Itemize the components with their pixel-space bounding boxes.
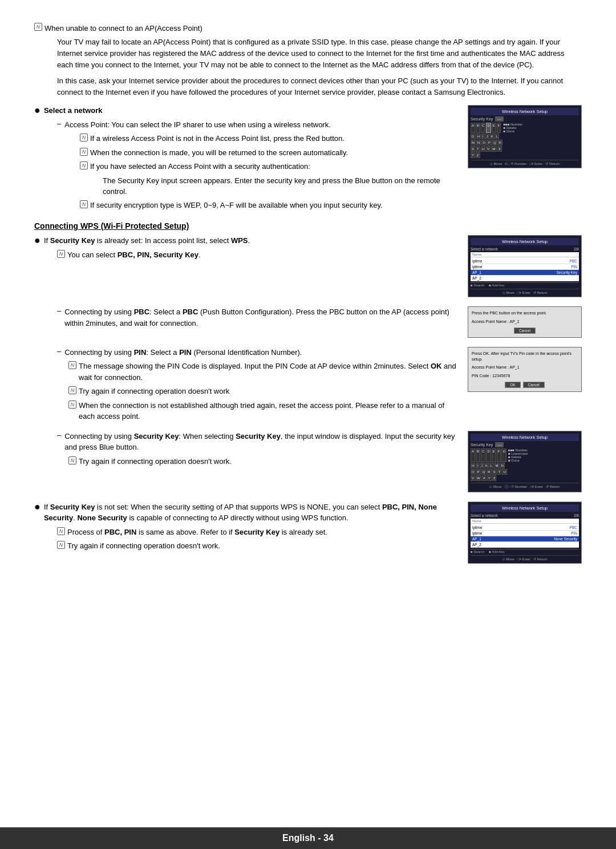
panel-title-1: Wireless Network Setup — [471, 108, 579, 115]
key-Q: Q — [492, 140, 497, 145]
net-row-iptime1: iptime PBC — [471, 258, 579, 264]
key-J: J — [485, 134, 489, 139]
dash-seckey: – — [57, 431, 61, 439]
net-type-pbc: PBC — [570, 259, 577, 263]
k2-Z: Z — [492, 475, 497, 481]
keyboard-row-4: S T U V W X — [471, 146, 579, 152]
top-note-heading: When unable to connect to an AP(Access P… — [44, 23, 582, 34]
footer-bar: English - 34 — [0, 827, 616, 849]
network-list-2: Name iptime PBC iptime PIN AP_1 — [471, 519, 579, 548]
key-R: R — [498, 140, 502, 145]
nosec-bullet: ● If Security Key is not set: When the s… — [34, 502, 462, 524]
note-icon-3: N — [80, 148, 88, 156]
wps-note1: N You can select PBC, PIN, Security Key. — [34, 249, 462, 261]
note-icon: N — [34, 23, 42, 31]
panel-nav-3: ◇ Move ⓘ→® Number □# Enter ↺ Return — [471, 483, 579, 490]
net-row-iptime2: iptime PIN — [471, 264, 579, 270]
k2-D: D — [486, 448, 491, 462]
select-net-header: Select a network 2/8 — [471, 247, 579, 251]
nosec-note2: N Try again if connecting operation does… — [34, 540, 462, 552]
security-key-panel-2: Wireless Network Setup Security Key — A … — [468, 431, 582, 496]
kb2-row-2: H I J K L M N — [471, 463, 579, 468]
key-U: U — [481, 146, 485, 152]
k2-Y: Y — [487, 475, 492, 481]
seckey-note1: N Try again if connecting operation does… — [34, 456, 462, 467]
top-note-header: N When unable to connect to an AP(Access… — [34, 23, 582, 34]
pin-ok-btn[interactable]: OK — [505, 382, 520, 388]
pbc-popup-text1: Press the PBC button on the access point… — [472, 310, 578, 316]
seckey-with-panel: – Connecting by using Security Key: When… — [34, 431, 582, 496]
key-P: P — [487, 140, 492, 145]
wps-bullet1-with-panel: ● If Security Key is already set: In acc… — [34, 235, 582, 301]
k2-C: C — [481, 448, 485, 462]
pin-note2-text: Try again if connecting operation doesn'… — [79, 386, 462, 397]
pbc-popup-text2: Access Point Name : AP_1 — [472, 319, 578, 325]
key-T: T — [476, 146, 480, 152]
key-O: O — [481, 140, 487, 145]
note-icon-nosec1: N — [57, 527, 65, 535]
k2-T: T — [497, 469, 502, 475]
net2-type-nosec: None Security — [554, 537, 577, 541]
select-net-counter-2: 2/8 — [574, 514, 579, 518]
key-G: G — [471, 134, 476, 139]
note-icon-2: N — [80, 134, 88, 142]
pin-cancel-btn[interactable]: Cancel — [523, 382, 545, 388]
k2-hints: ■■■ Number■ Lowercase■ Delete■ Done — [508, 448, 579, 462]
key-B: B — [476, 123, 480, 133]
note-icon-6: N — [80, 200, 88, 208]
k2-E: E — [492, 448, 496, 462]
net2-type-pin: PIN — [571, 531, 577, 535]
select-item-2: N If a wireless Access Point is not in t… — [57, 133, 462, 144]
footer-label: English - 34 — [282, 833, 334, 843]
wps-note1-text: You can select PBC, PIN, Security Key. — [67, 249, 462, 261]
k2-U: U — [502, 469, 506, 475]
wps-section: Connecting WPS (Wi-Fi Protected Setup) ●… — [34, 221, 582, 567]
wps-heading: Connecting WPS (Wi-Fi Protected Setup) — [34, 221, 582, 231]
select-item-6-text: If security encryption type is WEP, 0~9,… — [90, 200, 462, 211]
net2-name-4: AP_2 — [472, 543, 481, 547]
k2-F: F — [497, 448, 501, 462]
key-C: C — [481, 123, 485, 133]
key-H: H — [476, 134, 481, 139]
pin-popup: Press OK. After input TV's Pin code in t… — [468, 347, 582, 392]
net-name-3: AP_1 — [472, 270, 481, 274]
pin-content: – Connecting by using PIN: Select a PIN … — [34, 347, 462, 425]
panel-nav-4: ◇ Move □# Enter ↺ Return — [471, 555, 579, 561]
key-I: I — [481, 134, 485, 139]
k2-I: I — [476, 463, 479, 468]
network-rows-1: iptime PBC iptime PIN AP_1 Security Key — [471, 258, 579, 281]
net-col-headers-2: Name — [471, 519, 579, 524]
nosec-note1-text: Process of PBC, PIN is same as above. Re… — [67, 527, 462, 538]
security-key-label-1: Security Key — — [471, 117, 579, 121]
net2-name-1: iptime — [472, 525, 482, 529]
k2-B: B — [476, 448, 480, 462]
net-row-ap1: AP_1 Security Key — [471, 270, 579, 276]
pin-popup-text3: PIN Code : 12345678 — [472, 373, 578, 379]
key-S: S — [471, 146, 475, 152]
net2-row-ap1: AP_1 None Security — [471, 536, 579, 542]
nosec-with-panel: ● If Security Key is not set: When the s… — [34, 502, 582, 567]
note-icon-4: N — [80, 161, 88, 169]
pbc-with-panel: – Connecting by using PBC: Select a PBC … — [34, 306, 582, 341]
k2-H: H — [471, 463, 475, 468]
k2-V: V — [471, 475, 475, 481]
pbc-popup: Press the PBC button on the access point… — [468, 306, 582, 338]
k2-L: L — [489, 463, 493, 468]
pin-note1-text: The message showing the PIN Code is disp… — [79, 361, 462, 383]
nosec-content: ● If Security Key is not set: When the s… — [34, 502, 462, 555]
wps-bullet1-text: If Security Key is already set: In acces… — [44, 235, 462, 246]
pin-note3-text: When the connection is not established a… — [79, 400, 462, 422]
select-item-4: N If you have selected an Access Point w… — [57, 161, 462, 172]
panel-title-3: Wireless Network Setup — [471, 434, 579, 441]
select-net-label: Select a network — [471, 247, 498, 251]
select-network-with-panel: ● Select a network – Access Point: You c… — [34, 105, 582, 213]
seckey-note1-text: Try again if connecting operation doesn'… — [79, 456, 462, 467]
pin-with-panel: – Connecting by using PIN: Select a PIN … — [34, 347, 582, 425]
screen-panel-2: Wireless Network Setup Select a network … — [468, 235, 582, 297]
key-N: N — [476, 140, 481, 145]
pbc-cancel-btn[interactable]: Cancel — [514, 328, 536, 334]
top-note-section: N When unable to connect to an AP(Access… — [34, 23, 582, 98]
note-icon-wps1: N — [57, 250, 65, 258]
pbc-btn-row: Cancel — [472, 328, 578, 334]
k2-W: W — [476, 475, 481, 481]
